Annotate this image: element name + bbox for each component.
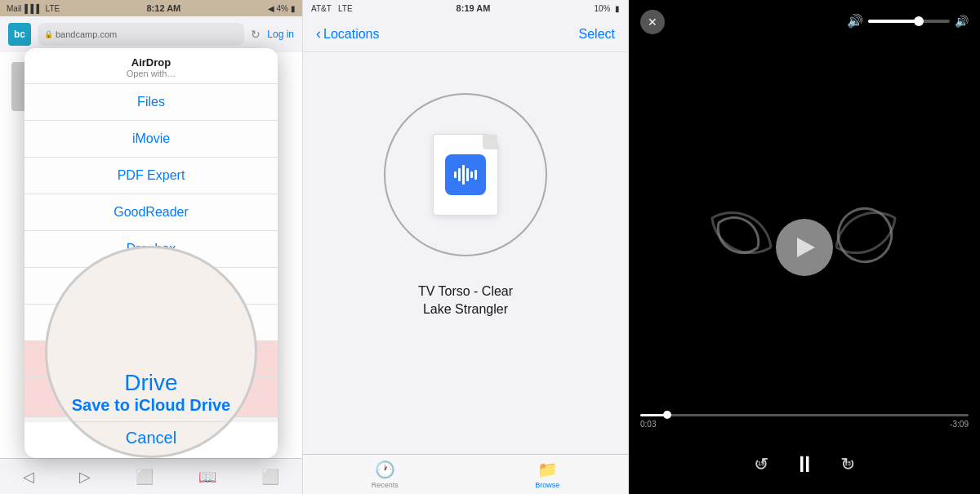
volume-icon: 🔊 bbox=[847, 13, 863, 29]
battery-2: 10% ▮ bbox=[594, 4, 620, 13]
refresh-button[interactable]: ↻ bbox=[251, 28, 261, 41]
magnification-circle: Drive Save to iCloud Drive Cancel bbox=[45, 246, 257, 458]
forward-label: 15 bbox=[844, 461, 851, 466]
url-bar[interactable]: 🔒 bandcamp.com bbox=[38, 23, 244, 46]
browse-icon: 📁 bbox=[537, 460, 558, 479]
file-area: TV Torso - ClearLake Strangler bbox=[303, 52, 628, 319]
lock-icon: 🔒 bbox=[44, 30, 53, 38]
recents-icon: 🕐 bbox=[375, 460, 395, 479]
nav-bookmarks-icon[interactable]: 📖 bbox=[198, 468, 216, 486]
right-waves-icon bbox=[833, 207, 898, 288]
share-header: AirDrop Open with… bbox=[24, 48, 278, 84]
svg-rect-3 bbox=[466, 168, 469, 181]
battery-pct: 4% bbox=[277, 4, 288, 13]
pause-icon: ⏸ bbox=[793, 451, 816, 478]
share-item-imovie[interactable]: iMovie bbox=[24, 121, 278, 158]
left-waves-icon bbox=[710, 207, 776, 288]
time-current: 0:03 bbox=[640, 420, 656, 429]
status-right: ◀ 4% ▮ bbox=[268, 4, 296, 13]
carrier-2: AT&T LTE bbox=[311, 4, 353, 13]
share-title: AirDrop bbox=[36, 56, 266, 69]
nav-back-icon[interactable]: ◁ bbox=[23, 468, 34, 486]
network-type: LTE bbox=[46, 4, 60, 13]
svg-rect-5 bbox=[474, 170, 477, 180]
volume-max-icon: 🔊 bbox=[955, 15, 969, 28]
panel-bandcamp: Mail ▌▌▌ LTE 8:12 AM ◀ 4% ▮ bc 🔒 bandcam… bbox=[0, 0, 302, 494]
bottom-nav-1: ◁ ▷ ⬜ 📖 ⬜ bbox=[0, 458, 302, 494]
close-icon: ✕ bbox=[648, 16, 657, 29]
time-remaining: -3:09 bbox=[950, 420, 969, 429]
file-icon-container bbox=[433, 134, 498, 216]
play-icon bbox=[797, 238, 815, 257]
forward-15-button[interactable]: ↻ 15 bbox=[840, 454, 855, 475]
progress-area: 0:03 -3:09 bbox=[640, 414, 969, 429]
file-document-icon[interactable] bbox=[433, 134, 498, 216]
share-item-files[interactable]: Files bbox=[24, 84, 278, 121]
recents-label: Recents bbox=[372, 481, 399, 489]
svg-rect-0 bbox=[454, 171, 457, 178]
signal-icon: ▌▌▌ bbox=[24, 4, 42, 13]
status-bar-1: Mail ▌▌▌ LTE 8:12 AM ◀ 4% ▮ bbox=[0, 0, 302, 16]
divider bbox=[47, 421, 255, 422]
share-item-pdf-expert[interactable]: PDF Expert bbox=[24, 158, 278, 194]
share-subtitle: Open with… bbox=[36, 69, 266, 78]
battery-icon: ▮ bbox=[291, 4, 296, 13]
svg-rect-4 bbox=[470, 171, 473, 178]
file-corner bbox=[483, 135, 497, 149]
rewind-label: 15 bbox=[758, 461, 764, 466]
panel-player: ✕ 🔊 🔊 bbox=[629, 0, 980, 494]
tab-recents[interactable]: 🕐 Recents bbox=[372, 460, 399, 489]
status-bar-2: AT&T LTE 8:19 AM 10% ▮ bbox=[303, 0, 628, 16]
browse-label: Browse bbox=[535, 481, 559, 489]
panel-files: AT&T LTE 8:19 AM 10% ▮ ‹ Locations Selec… bbox=[302, 0, 629, 494]
pause-button[interactable]: ⏸ bbox=[793, 451, 816, 478]
volume-fill bbox=[868, 20, 917, 23]
play-button[interactable] bbox=[776, 219, 833, 276]
back-button[interactable]: ‹ Locations bbox=[316, 25, 380, 42]
progress-track[interactable] bbox=[640, 414, 969, 416]
locations-label: Locations bbox=[323, 27, 380, 42]
waveform-svg bbox=[451, 160, 480, 189]
bandcamp-logo: bc bbox=[8, 23, 31, 46]
back-chevron-icon: ‹ bbox=[316, 25, 321, 42]
volume-control[interactable]: 🔊 🔊 bbox=[847, 13, 969, 29]
browser-chrome: bc 🔒 bandcamp.com ↻ Log in bbox=[0, 16, 302, 52]
carrier-label-2: AT&T bbox=[311, 4, 332, 13]
status-left: Mail ▌▌▌ LTE bbox=[7, 4, 60, 13]
tab-browse[interactable]: 📁 Browse bbox=[535, 460, 559, 489]
network-type-2: LTE bbox=[338, 4, 353, 13]
carrier-label: Mail bbox=[7, 4, 21, 13]
file-circle bbox=[384, 93, 547, 256]
close-button[interactable]: ✕ bbox=[640, 10, 665, 34]
rewind-15-button[interactable]: ↺ 15 bbox=[754, 454, 768, 475]
svg-rect-1 bbox=[458, 168, 461, 181]
wifi-icon: ◀ bbox=[268, 4, 274, 13]
magnified-drive-label: Drive bbox=[47, 370, 255, 396]
audio-waveform-icon bbox=[445, 154, 486, 195]
airplay-icon-wrap bbox=[776, 219, 833, 276]
playback-controls: ↺ 15 ⏸ ↻ 15 bbox=[629, 451, 980, 478]
share-item-goodreader[interactable]: GoodReader bbox=[24, 194, 278, 231]
nav-share-icon[interactable]: ⬜ bbox=[136, 468, 154, 486]
url-text: bandcamp.com bbox=[56, 29, 117, 39]
nav-tabs-icon[interactable]: ⬜ bbox=[261, 468, 279, 486]
svg-rect-2 bbox=[462, 165, 465, 185]
file-title: TV Torso - ClearLake Strangler bbox=[418, 283, 513, 319]
airplay-area bbox=[776, 219, 833, 276]
nav-bar-2: ‹ Locations Select bbox=[303, 16, 628, 52]
select-button[interactable]: Select bbox=[579, 27, 615, 42]
volume-thumb bbox=[914, 16, 924, 26]
time-2: 8:19 AM bbox=[457, 3, 491, 13]
bottom-tabs: 🕐 Recents 📁 Browse bbox=[303, 454, 628, 494]
progress-thumb bbox=[663, 411, 671, 419]
time-row: 0:03 -3:09 bbox=[640, 420, 969, 429]
magnified-save-label: Save to iCloud Drive bbox=[47, 396, 255, 415]
battery-pct-2: 10% bbox=[594, 4, 610, 13]
volume-track[interactable] bbox=[868, 20, 950, 23]
log-in-button[interactable]: Log in bbox=[267, 29, 294, 40]
nav-forward-icon[interactable]: ▷ bbox=[79, 468, 91, 486]
time-display: 8:12 AM bbox=[146, 3, 180, 13]
